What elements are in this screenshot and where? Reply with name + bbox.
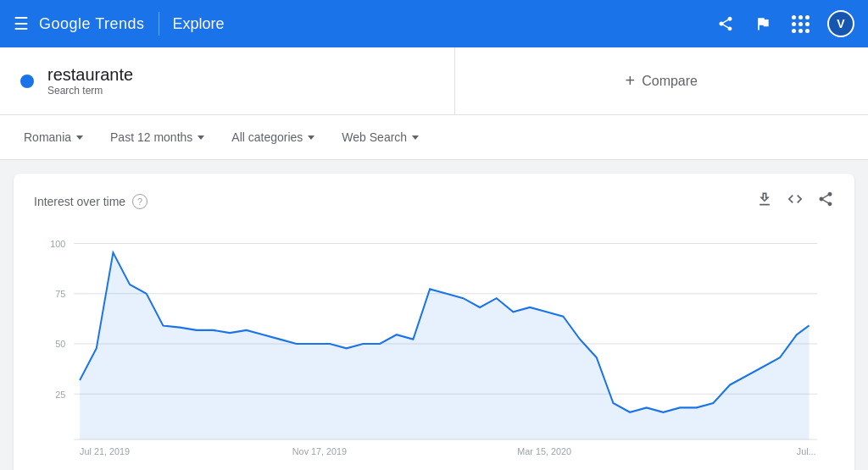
- location-label: Romania: [24, 130, 71, 144]
- trend-chart: 100 75 50 25 Jul 21, 2019 Nov 17, 2019 M…: [34, 225, 834, 462]
- svg-text:75: 75: [55, 289, 65, 300]
- search-type-label: Web Search: [342, 130, 407, 144]
- chart-actions: [756, 191, 834, 212]
- term-indicator-dot: [20, 75, 34, 88]
- share-icon[interactable]: [715, 14, 736, 34]
- filter-row: Romania Past 12 months All categories We…: [0, 115, 868, 159]
- help-icon[interactable]: ?: [132, 194, 147, 209]
- svg-text:25: 25: [55, 389, 65, 400]
- svg-text:Jul 21, 2019: Jul 21, 2019: [80, 446, 130, 457]
- share-chart-icon[interactable]: [817, 191, 834, 212]
- flag-icon[interactable]: [753, 14, 773, 34]
- hamburger-icon[interactable]: ☰: [14, 14, 29, 34]
- compare-label: Compare: [642, 74, 698, 89]
- avatar[interactable]: V: [827, 10, 854, 37]
- search-term-type: Search term: [47, 85, 133, 97]
- category-filter[interactable]: All categories: [221, 125, 325, 149]
- chart-header: Interest over time ?: [34, 191, 834, 212]
- chevron-down-icon: [412, 135, 419, 140]
- compare-box[interactable]: + Compare: [455, 47, 869, 114]
- term-info: restaurante Search term: [47, 65, 133, 97]
- chart-title-group: Interest over time ?: [34, 194, 147, 209]
- search-area: restaurante Search term + Compare Romani…: [0, 47, 868, 160]
- svg-text:Mar 15, 2020: Mar 15, 2020: [517, 446, 571, 457]
- logo-text: Google Trends: [39, 15, 145, 33]
- time-range-label: Past 12 months: [110, 130, 192, 144]
- svg-text:Jul...: Jul...: [797, 446, 816, 457]
- chevron-down-icon: [76, 135, 83, 140]
- apps-icon[interactable]: [790, 14, 810, 34]
- app-header: ☰ Google Trends Explore V: [0, 0, 868, 47]
- chevron-down-icon: [198, 135, 204, 140]
- header-left: ☰ Google Trends Explore: [14, 12, 705, 36]
- time-range-filter[interactable]: Past 12 months: [100, 125, 214, 149]
- main-content: Interest over time ?: [0, 160, 868, 470]
- location-filter[interactable]: Romania: [14, 125, 93, 149]
- chart-title: Interest over time: [34, 195, 125, 208]
- compare-plus-icon: +: [626, 71, 636, 91]
- header-icons: V: [715, 10, 854, 37]
- svg-text:Nov 17, 2019: Nov 17, 2019: [292, 446, 347, 457]
- chart-container: 100 75 50 25 Jul 21, 2019 Nov 17, 2019 M…: [34, 225, 834, 462]
- chart-card: Interest over time ?: [14, 174, 854, 470]
- category-label: All categories: [231, 130, 303, 144]
- search-row: restaurante Search term + Compare: [0, 47, 868, 115]
- header-divider: [159, 12, 159, 36]
- search-term-text: restaurante: [47, 65, 133, 85]
- chevron-down-icon: [308, 135, 314, 140]
- page-title: Explore: [173, 15, 225, 33]
- embed-icon[interactable]: [787, 191, 804, 212]
- svg-text:100: 100: [50, 238, 65, 249]
- download-icon[interactable]: [756, 191, 773, 212]
- search-term-box[interactable]: restaurante Search term: [0, 47, 455, 114]
- svg-text:50: 50: [55, 339, 65, 350]
- search-type-filter[interactable]: Web Search: [331, 125, 429, 149]
